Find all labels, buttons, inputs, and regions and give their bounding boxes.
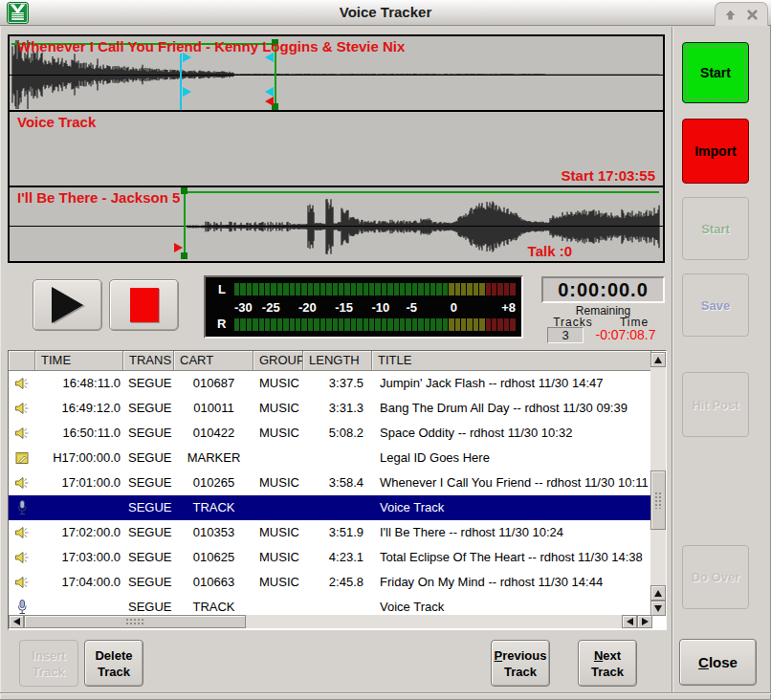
close-button[interactable]: Close (679, 639, 757, 686)
meter-segment (406, 318, 410, 331)
speaker-icon (9, 396, 35, 421)
table-row[interactable]: 17:04:00.0SEGUE010663MUSIC2:45.8Friday O… (9, 570, 651, 595)
meter-segment (504, 318, 509, 331)
horizontal-scroll-thumb[interactable] (24, 615, 246, 628)
column-header-cart[interactable]: CART (174, 351, 253, 371)
horizontal-scrollbar[interactable] (9, 615, 652, 628)
track1-fade-marker-lower[interactable] (183, 87, 191, 97)
cell-time: 17:02:00.0 (35, 520, 123, 545)
meter-segment (400, 318, 405, 331)
scroll-down-button[interactable] (650, 601, 666, 616)
table-row[interactable]: 16:48:11.0SEGUE010687MUSIC3:37.5Jumpin' … (9, 371, 651, 396)
previous-track-button[interactable]: Previous Track (491, 640, 550, 687)
meter-segment (387, 318, 392, 331)
meter-segment (320, 318, 325, 331)
speaker-icon (9, 570, 35, 595)
speaker-icon (9, 520, 35, 545)
meter-segment (344, 318, 349, 331)
scroll-left-button-2[interactable] (622, 615, 637, 628)
table-row[interactable]: 17:03:00.0SEGUE010625MUSIC4:23.1Total Ec… (9, 545, 651, 570)
start-record-button[interactable]: Start (682, 42, 749, 103)
cell-title: I'll Be There -- rdhost 11/30 10:24 (372, 520, 651, 545)
cell-group: MUSIC (253, 570, 303, 595)
import-button[interactable]: Import (682, 119, 749, 184)
cell-cart: 010353 (174, 520, 253, 545)
meter-segment (412, 318, 417, 331)
meter-segment (412, 283, 417, 295)
left-meter-bar (234, 283, 516, 295)
meter-segment (265, 318, 270, 331)
scroll-left-button[interactable] (9, 615, 24, 628)
play-button[interactable] (33, 279, 102, 331)
column-header-trans[interactable]: TRANS (123, 351, 174, 371)
meter-segment (382, 318, 386, 331)
scroll-right-button[interactable] (637, 615, 652, 628)
meter-segment (320, 283, 325, 295)
track1-waveform-panel: Whenever I Call You Friend - Kenny Loggi… (8, 34, 665, 112)
cell-group: MUSIC (253, 545, 303, 570)
log-table-body: 16:48:11.0SEGUE010687MUSIC3:37.5Jumpin' … (9, 371, 651, 620)
vertical-scroll-thumb[interactable] (650, 470, 666, 530)
track-editor: Whenever I Call You Friend - Kenny Loggi… (8, 34, 665, 263)
track3-start-marker-handle-bottom[interactable] (181, 252, 187, 259)
vertical-scrollbar[interactable] (650, 352, 666, 616)
table-row[interactable]: H17:00:00.0SEGUEMARKERLegal ID Goes Here (9, 446, 651, 470)
cell-group: MUSIC (253, 520, 303, 545)
track3-start-marker[interactable] (174, 243, 183, 252)
meter-segment (277, 318, 282, 331)
table-row[interactable]: 17:01:00.0SEGUE010265MUSIC3:58.4Whenever… (9, 470, 651, 495)
column-header-title[interactable]: TITLE (372, 351, 651, 371)
table-row[interactable]: 17:02:00.0SEGUE010353MUSIC3:51.9I'll Be … (9, 520, 651, 545)
meter-segment (247, 318, 252, 331)
shade-window-button[interactable] (722, 7, 738, 22)
cell-group: MUSIC (253, 470, 303, 495)
meter-segment (265, 283, 270, 295)
meter-segment (474, 283, 478, 295)
track1-fade-marker-line[interactable] (180, 54, 182, 110)
table-row[interactable]: 16:50:11.0SEGUE010422MUSIC5:08.2Space Od… (9, 421, 651, 446)
track3-start-marker-line[interactable] (184, 191, 186, 258)
delete-track-button[interactable]: Delete Track (84, 640, 143, 687)
remaining-time-value: -0:07:08.7 (584, 327, 667, 342)
column-header-length[interactable]: LENGTH (303, 351, 372, 371)
track3-title: I'll Be There - Jackson 5 (17, 189, 180, 206)
window-title: Voice Tracker (0, 4, 771, 20)
meter-segment (443, 283, 448, 295)
speaker-icon (9, 421, 35, 446)
scroll-up-button[interactable] (650, 352, 666, 367)
right-meter-bar (234, 318, 516, 331)
track3-start-marker-handle-top[interactable] (181, 187, 187, 194)
meter-segment (271, 318, 275, 331)
table-row[interactable]: SEGUETRACKVoice Track (9, 495, 651, 520)
column-header-group[interactable]: GROUP (253, 351, 303, 371)
meter-segment (375, 283, 380, 295)
cell-time (35, 495, 123, 520)
track1-end-marker[interactable] (265, 97, 274, 106)
meter-segment (400, 283, 405, 295)
meter-segment (497, 318, 502, 331)
meter-segment (247, 283, 252, 295)
meter-segment (363, 283, 368, 295)
cell-title: Friday On My Mind -- rdhost 11/30 14:44 (372, 570, 651, 595)
stop-button[interactable] (109, 279, 179, 331)
column-header-time[interactable]: TIME (35, 351, 123, 371)
cell-title: Voice Track (372, 495, 651, 520)
meter-segment (351, 283, 356, 295)
next-track-button[interactable]: Next Track (578, 640, 637, 687)
insert-track-button: Insert Track (19, 640, 78, 687)
cell-title: Jumpin' Jack Flash -- rdhost 11/30 14:47 (372, 371, 651, 396)
meter-segment (283, 283, 288, 295)
meter-segment (240, 318, 245, 331)
scroll-up-button-2[interactable] (650, 585, 666, 601)
cell-trans: SEGUE (123, 396, 174, 421)
column-header-icon[interactable] (9, 351, 35, 371)
close-window-button[interactable] (745, 7, 760, 22)
meter-segment (296, 283, 300, 295)
table-row[interactable]: 16:49:12.0SEGUE010011MUSIC3:31.3Bang The… (9, 396, 651, 421)
meter-segment (339, 283, 343, 295)
meter-segment (271, 283, 275, 295)
meter-segment (296, 318, 300, 331)
left-arrow-icon (13, 618, 20, 625)
track1-segue-fade-lower[interactable] (265, 87, 274, 97)
meter-segment (283, 318, 288, 331)
